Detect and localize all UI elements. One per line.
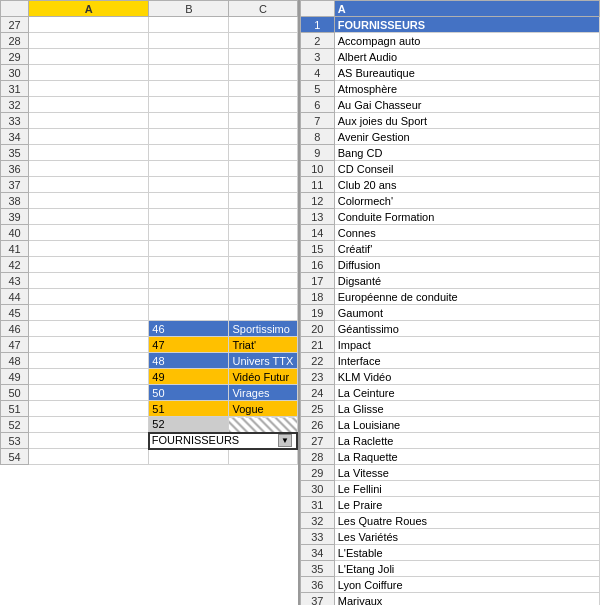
cell-b[interactable] bbox=[149, 193, 229, 209]
cell-a[interactable] bbox=[29, 161, 149, 177]
right-cell-a[interactable]: Au Gai Chasseur bbox=[334, 97, 599, 113]
cell-a[interactable] bbox=[29, 305, 149, 321]
right-cell-a[interactable]: Club 20 ans bbox=[334, 177, 599, 193]
right-cell-a[interactable]: Les Variétés bbox=[334, 529, 599, 545]
right-cell-a[interactable]: Connes bbox=[334, 225, 599, 241]
cell-b[interactable] bbox=[149, 33, 229, 49]
cell-c[interactable] bbox=[229, 289, 297, 305]
right-cell-a[interactable]: KLM Vidéo bbox=[334, 369, 599, 385]
cell-c[interactable] bbox=[229, 417, 297, 433]
cell-a[interactable] bbox=[29, 321, 149, 337]
cell-c[interactable]: Virages bbox=[229, 385, 297, 401]
cell-a[interactable] bbox=[29, 113, 149, 129]
cell-b[interactable]: 47 bbox=[149, 337, 229, 353]
cell-c[interactable] bbox=[229, 209, 297, 225]
cell-c[interactable] bbox=[229, 177, 297, 193]
right-cell-a[interactable]: Les Quatre Roues bbox=[334, 513, 599, 529]
cell-a[interactable] bbox=[29, 417, 149, 433]
cell-a[interactable] bbox=[29, 65, 149, 81]
cell-c[interactable] bbox=[229, 193, 297, 209]
right-cell-a[interactable]: Digsanté bbox=[334, 273, 599, 289]
cell-c[interactable] bbox=[229, 225, 297, 241]
cell-b[interactable]: 50 bbox=[149, 385, 229, 401]
cell-a[interactable] bbox=[29, 225, 149, 241]
cell-c[interactable] bbox=[229, 241, 297, 257]
cell-b[interactable] bbox=[149, 129, 229, 145]
right-cell-a[interactable]: Bang CD bbox=[334, 145, 599, 161]
cell-b[interactable] bbox=[149, 97, 229, 113]
cell-c[interactable] bbox=[229, 161, 297, 177]
right-cell-a[interactable]: Marivaux bbox=[334, 593, 599, 606]
col-header-c[interactable]: C bbox=[229, 1, 297, 17]
cell-b[interactable] bbox=[149, 289, 229, 305]
cell-a[interactable] bbox=[29, 33, 149, 49]
right-cell-a[interactable]: Le Praire bbox=[334, 497, 599, 513]
right-cell-a[interactable]: La Louisiane bbox=[334, 417, 599, 433]
cell-b[interactable] bbox=[149, 225, 229, 241]
cell-b[interactable] bbox=[149, 81, 229, 97]
right-cell-a[interactable]: Gaumont bbox=[334, 305, 599, 321]
cell-a[interactable] bbox=[29, 17, 149, 33]
cell-c[interactable] bbox=[229, 65, 297, 81]
cell-a[interactable] bbox=[29, 257, 149, 273]
cell-a[interactable] bbox=[29, 241, 149, 257]
cell-a[interactable] bbox=[29, 193, 149, 209]
cell-a[interactable] bbox=[29, 129, 149, 145]
cell-c[interactable] bbox=[229, 49, 297, 65]
right-cell-a[interactable]: Colormech' bbox=[334, 193, 599, 209]
cell-a[interactable] bbox=[29, 49, 149, 65]
cell-b[interactable]: 48 bbox=[149, 353, 229, 369]
right-cell-a[interactable]: Atmosphère bbox=[334, 81, 599, 97]
cell-b[interactable] bbox=[149, 161, 229, 177]
right-cell-a[interactable]: Géantissimo bbox=[334, 321, 599, 337]
cell-c[interactable] bbox=[229, 257, 297, 273]
cell-b[interactable]: 51 bbox=[149, 401, 229, 417]
cell-b[interactable] bbox=[149, 49, 229, 65]
right-cell-a[interactable]: AS Bureautique bbox=[334, 65, 599, 81]
cell-c[interactable]: Vidéo Futur bbox=[229, 369, 297, 385]
cell-b[interactable]: 52 bbox=[149, 417, 229, 433]
right-cell-a[interactable]: La Ceinture bbox=[334, 385, 599, 401]
cell-a[interactable] bbox=[29, 401, 149, 417]
right-cell-a[interactable]: Avenir Gestion bbox=[334, 129, 599, 145]
cell-b[interactable] bbox=[149, 241, 229, 257]
right-cell-a[interactable]: Le Fellini bbox=[334, 481, 599, 497]
right-cell-a[interactable]: Aux joies du Sport bbox=[334, 113, 599, 129]
cell-b[interactable] bbox=[149, 17, 229, 33]
right-cell-a[interactable]: Diffusion bbox=[334, 257, 599, 273]
right-cell-a[interactable]: La Vitesse bbox=[334, 465, 599, 481]
cell-a[interactable] bbox=[29, 385, 149, 401]
cell-c[interactable] bbox=[229, 273, 297, 289]
cell-a[interactable] bbox=[29, 449, 149, 465]
cell-c[interactable] bbox=[229, 113, 297, 129]
cell-a[interactable] bbox=[29, 433, 149, 449]
cell-b[interactable] bbox=[149, 449, 229, 465]
cell-c[interactable] bbox=[229, 17, 297, 33]
right-cell-a[interactable]: Lyon Coiffure bbox=[334, 577, 599, 593]
col-header-a[interactable]: A bbox=[29, 1, 149, 17]
right-cell-a[interactable]: Accompagn auto bbox=[334, 33, 599, 49]
cell-b[interactable]: 49 bbox=[149, 369, 229, 385]
cell-b[interactable] bbox=[149, 305, 229, 321]
right-cell-a[interactable]: La Glisse bbox=[334, 401, 599, 417]
right-cell-a[interactable]: L'Estable bbox=[334, 545, 599, 561]
cell-c[interactable] bbox=[229, 81, 297, 97]
cell-c[interactable] bbox=[229, 305, 297, 321]
cell-a[interactable] bbox=[29, 81, 149, 97]
cell-b[interactable] bbox=[149, 177, 229, 193]
cell-c[interactable]: Triat' bbox=[229, 337, 297, 353]
right-cell-a[interactable]: La Raquette bbox=[334, 449, 599, 465]
dropdown-button[interactable]: ▼ bbox=[278, 434, 292, 447]
right-cell-a[interactable]: Européenne de conduite bbox=[334, 289, 599, 305]
cell-b[interactable] bbox=[149, 145, 229, 161]
cell-a[interactable] bbox=[29, 273, 149, 289]
right-cell-a[interactable]: CD Conseil bbox=[334, 161, 599, 177]
right-cell-a[interactable]: FOURNISSEURS bbox=[334, 17, 599, 33]
right-cell-a[interactable]: La Raclette bbox=[334, 433, 599, 449]
right-cell-a[interactable]: Albert Audio bbox=[334, 49, 599, 65]
col-header-b[interactable]: B bbox=[149, 1, 229, 17]
cell-a[interactable] bbox=[29, 289, 149, 305]
right-cell-a[interactable]: Conduite Formation bbox=[334, 209, 599, 225]
cell-a[interactable] bbox=[29, 97, 149, 113]
cell-c[interactable] bbox=[229, 145, 297, 161]
